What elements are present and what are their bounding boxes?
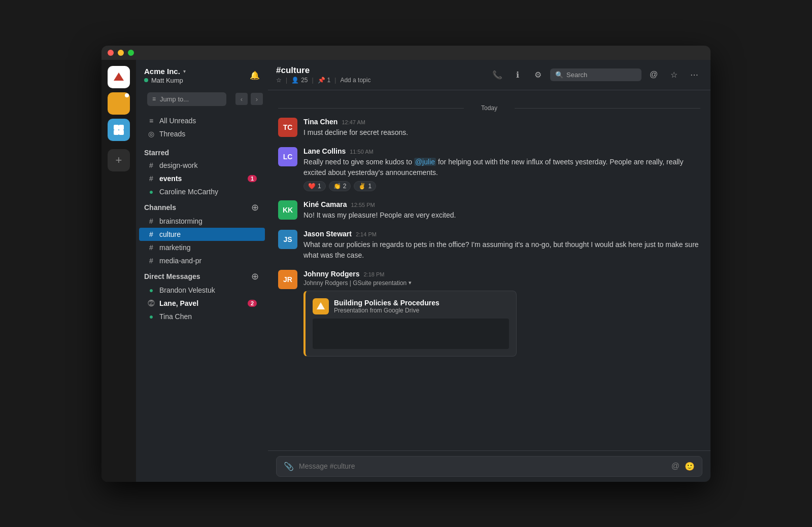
maximize-button[interactable] — [128, 50, 134, 56]
time-jason-stewart: 2:14 PM — [356, 231, 377, 237]
sidebar-item-lane-pavel[interactable]: ⓶ Lane, Pavel 2 — [139, 297, 265, 310]
gsuite-label: Johnny Rodgers | GSuite presentation ▾ — [303, 279, 700, 287]
starred-button[interactable]: ☆ — [666, 66, 682, 83]
emoji-input-icon[interactable]: 🙂 — [685, 462, 695, 471]
events-label: events — [159, 174, 244, 183]
star-channel-button[interactable]: ☆ — [276, 77, 282, 84]
workspace-3[interactable] — [108, 119, 130, 141]
reaction-heart[interactable]: ❤️ 1 — [303, 181, 326, 191]
hash-icon: # — [147, 161, 155, 169]
message-input-placeholder: Message #culture — [299, 462, 666, 470]
mention-julie: @julie — [414, 158, 436, 166]
time-lane-collins: 11:50 AM — [350, 149, 373, 155]
events-hash-icon: # — [147, 174, 155, 183]
drive-icon — [313, 298, 329, 314]
sidebar-item-caroline[interactable]: ● Caroline McCarthy — [139, 185, 265, 198]
starred-section: Starred # design-work # events 1 ● Carol… — [136, 145, 268, 198]
message-input-box[interactable]: 📎 Message #culture @ 🙂 — [276, 456, 702, 477]
jump-to-bar[interactable]: ≡ Jump to... — [147, 92, 226, 106]
author-johnny-rodgers: Johnny Rodgers — [303, 270, 359, 278]
sidebar-item-media-and-pr[interactable]: # media-and-pr — [139, 254, 265, 267]
sidebar-item-all-unreads[interactable]: ≡ All Unreads — [139, 114, 265, 127]
add-channel-button[interactable]: ⊕ — [250, 202, 260, 213]
lane-status-icon: ⓶ — [147, 299, 155, 307]
sidebar-header: Acme Inc. ▾ Matt Kump 🔔 — [136, 60, 268, 88]
svg-rect-2 — [114, 125, 119, 130]
at-input-icon[interactable]: @ — [671, 462, 680, 471]
sidebar-item-brainstorming[interactable]: # brainstorming — [139, 215, 265, 228]
unreads-section: ≡ All Unreads ◎ Threads — [136, 110, 268, 145]
attach-icon[interactable]: 📎 — [284, 462, 294, 471]
add-workspace-button[interactable]: + — [108, 149, 130, 171]
sidebar-item-tina-dm[interactable]: ● Tina Chen — [139, 310, 265, 323]
avatar-johnny-rodgers: JR — [278, 270, 297, 289]
author-jason-stewart: Jason Stewart — [303, 230, 352, 238]
attachment-preview — [313, 319, 509, 349]
call-button[interactable]: 📞 — [489, 66, 505, 83]
channel-title-section: #culture ☆ | 👤 25 | 📌 1 | — [276, 65, 483, 84]
sidebar-item-marketing[interactable]: # marketing — [139, 241, 265, 254]
sidebar-item-design-work[interactable]: # design-work — [139, 159, 265, 172]
message-body-lane: Lane Collins 11:50 AM Really need to giv… — [303, 147, 700, 191]
channels-section-title: Channels — [144, 203, 176, 212]
reaction-clap[interactable]: 👏 2 — [329, 181, 351, 191]
reaction-peace[interactable]: ✌️ 1 — [354, 181, 376, 191]
text-lane-collins: Really need to give some kudos to @julie… — [303, 157, 700, 178]
workspace-acme[interactable] — [108, 66, 130, 88]
tina-dm-status-icon: ● — [147, 312, 155, 321]
app-body: + Acme Inc. ▾ Matt Kump 🔔 — [101, 60, 710, 482]
sidebar-item-events[interactable]: # events 1 — [139, 172, 265, 185]
back-button[interactable]: ‹ — [235, 93, 248, 105]
reactions-lane: ❤️ 1 👏 2 ✌️ 1 — [303, 181, 700, 191]
time-tina-chen: 12:47 AM — [342, 119, 365, 125]
info-button[interactable]: ℹ — [510, 66, 526, 83]
marketing-hash-icon: # — [147, 243, 155, 252]
channel-name: #culture — [276, 65, 483, 76]
message-header-jason: Jason Stewart 2:14 PM — [303, 230, 700, 238]
message-kine-camara: KK Kiné Camara 12:55 PM No! It was my pl… — [278, 200, 700, 221]
settings-button[interactable]: ⚙ — [530, 66, 546, 83]
time-johnny-rodgers: 2:18 PM — [363, 271, 384, 277]
caroline-status-icon: ● — [147, 188, 155, 196]
text-tina-chen: I must decline for secret reasons. — [303, 127, 700, 138]
media-and-pr-label: media-and-pr — [159, 257, 257, 265]
design-work-label: design-work — [159, 161, 257, 169]
workspace-name-button[interactable]: Acme Inc. ▾ Matt Kump — [144, 67, 186, 84]
messages-area: Today TC Tina Chen 12:47 AM I must decli… — [268, 90, 710, 450]
message-body-johnny: Johnny Rodgers 2:18 PM Johnny Rodgers | … — [303, 270, 700, 357]
message-body-kine: Kiné Camara 12:55 PM No! It was my pleas… — [303, 200, 700, 221]
culture-label: culture — [159, 230, 257, 238]
notifications-bell-icon[interactable]: 🔔 — [250, 71, 260, 80]
add-topic-button[interactable]: Add a topic — [340, 77, 370, 84]
dm-section-title: Direct Messages — [144, 272, 200, 280]
dm-section-header[interactable]: Direct Messages ⊕ — [136, 267, 268, 284]
message-body-jason: Jason Stewart 2:14 PM What are our polic… — [303, 230, 700, 261]
author-lane-collins: Lane Collins — [303, 147, 346, 155]
channels-section-header[interactable]: Channels ⊕ — [136, 198, 268, 215]
text-jason-stewart: What are our policies in regards to pets… — [303, 239, 700, 261]
channel-search-box[interactable]: 🔍 Search — [550, 68, 641, 81]
add-dm-button[interactable]: ⊕ — [250, 271, 260, 282]
workspace-rail: + — [101, 60, 136, 482]
main-content: #culture ☆ | 👤 25 | 📌 1 | — [268, 60, 710, 482]
attachment-card[interactable]: Building Policies & Procedures Presentat… — [303, 291, 517, 357]
attachment-subtitle: Presentation from Google Drive — [334, 307, 439, 314]
marketing-label: marketing — [159, 243, 257, 252]
avatar-kine-camara: KK — [278, 200, 297, 220]
close-button[interactable] — [108, 50, 114, 56]
events-badge: 1 — [248, 175, 257, 182]
sidebar-item-culture[interactable]: # culture — [139, 228, 265, 241]
message-body-tina-chen: Tina Chen 12:47 AM I must decline for se… — [303, 118, 700, 138]
at-button[interactable]: @ — [646, 66, 662, 83]
sidebar-item-brandon[interactable]: ● Brandon Velestuk — [139, 284, 265, 297]
gsuite-dropdown-icon[interactable]: ▾ — [409, 279, 412, 286]
minimize-button[interactable] — [118, 50, 124, 56]
message-johnny-rodgers: JR Johnny Rodgers 2:18 PM Johnny Rodgers… — [278, 270, 700, 357]
workspace-2[interactable] — [108, 92, 130, 115]
forward-button[interactable]: › — [251, 93, 263, 105]
sidebar-item-threads[interactable]: ◎ Threads — [139, 127, 265, 140]
message-header-johnny: Johnny Rodgers 2:18 PM — [303, 270, 700, 278]
attachment-info: Building Policies & Procedures Presentat… — [334, 299, 439, 314]
starred-section-header[interactable]: Starred — [136, 145, 268, 159]
more-button[interactable]: ⋯ — [686, 66, 702, 83]
